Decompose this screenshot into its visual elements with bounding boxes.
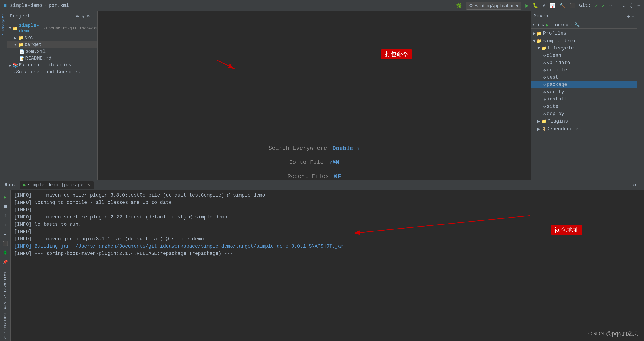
shortcut-recent: Recent Files ⌘E: [288, 173, 341, 180]
maven-item-plugins[interactable]: ▶ 📁 Plugins: [531, 117, 637, 125]
tree-label-pom: pom.xml: [25, 49, 46, 54]
tree-item-target[interactable]: ▼ 📁 target: [7, 41, 98, 48]
git-pull-icon[interactable]: ↓: [622, 3, 626, 8]
maven-run-icon[interactable]: ▶: [546, 22, 549, 28]
maven-download-icon[interactable]: ⬇: [537, 22, 540, 28]
maven-toggle-icon[interactable]: ≡: [566, 22, 568, 27]
debug-icon[interactable]: 🐛: [532, 3, 538, 8]
expand-arrow-icon: ▼: [9, 26, 11, 30]
console-line-4: [INFO] --- maven-surefire-plugin:2.22.1:…: [14, 214, 640, 221]
maven-item-simple-demo[interactable]: ▼ 📁 simple-demo: [531, 37, 637, 45]
console-line-5: [INFO] No tests to run.: [14, 221, 640, 228]
bottom-settings-icon[interactable]: ⚙: [634, 182, 636, 188]
booting-button[interactable]: ⚙ BootingApplication ▾: [466, 2, 521, 10]
settings-icon[interactable]: ⚙: [87, 13, 90, 19]
tab-close-icon[interactable]: ✕: [88, 183, 90, 188]
maven-item-verify[interactable]: ⚙ verify: [531, 88, 637, 96]
tab-icon: ▶: [23, 182, 26, 188]
maven-item-compile[interactable]: ⚙ compile: [531, 66, 637, 74]
simple-demo-arrow-icon: ▼: [533, 38, 536, 44]
maven-refresh-icon[interactable]: ↻: [533, 22, 536, 28]
collapse-icon[interactable]: ⇆: [82, 13, 84, 19]
maven-item-test[interactable]: ⚙ test: [531, 74, 637, 81]
maven-wrench-icon[interactable]: 🔧: [574, 22, 580, 28]
maven-item-deploy[interactable]: ⚙ deploy: [531, 110, 637, 117]
git-push-icon[interactable]: ↑: [616, 3, 618, 8]
recent-key: ⌘E: [334, 173, 341, 180]
console-line-2: [INFO] Nothing to compile - all classes …: [14, 199, 640, 206]
verify-label: verify: [547, 89, 564, 95]
tree-item-ext-libs[interactable]: ▶ 📚 External Libraries: [7, 62, 98, 69]
maven-skip-icon[interactable]: ⏭: [555, 22, 559, 28]
project-name: simple-demo: [10, 3, 42, 8]
lifecycle-label: Lifecycle: [548, 45, 574, 51]
window-icon[interactable]: ⬡: [630, 3, 634, 8]
pin-icon[interactable]: 📌: [1, 258, 10, 266]
tree-item-simple-demo[interactable]: ▼ 📁 simple-demo ~/Documents/git_ideawork…: [7, 22, 98, 34]
tree-icon[interactable]: 🌲: [1, 249, 10, 256]
tab-label: simple-demo [package]: [28, 182, 86, 188]
scroll-down-icon[interactable]: ↓: [1, 221, 10, 228]
maven-item-install[interactable]: ⚙ install: [531, 96, 637, 103]
run-icon[interactable]: ▶: [525, 2, 528, 9]
profiles-arrow-icon: ▶: [533, 30, 536, 36]
play-icon[interactable]: ▶: [1, 193, 10, 201]
scroll-up-icon[interactable]: ↑: [1, 212, 10, 219]
tree-label-scratches: Scratches and Consoles: [16, 69, 80, 75]
coverage-icon[interactable]: ⚡: [542, 3, 546, 8]
simple-demo-folder-icon: 📁: [536, 38, 542, 44]
maven-sort-icon[interactable]: ≈: [570, 22, 572, 27]
tree-item-scratches[interactable]: ▶ ✏ Scratches and Consoles: [7, 69, 98, 75]
collapse-arrow-icon: ▶: [14, 35, 16, 40]
clean-label: clean: [547, 53, 561, 58]
maven-item-validate[interactable]: ⚙ validate: [531, 59, 637, 66]
maven-m-icon[interactable]: m: [550, 22, 553, 27]
maven-item-profiles[interactable]: ▶ 📁 Profiles: [531, 29, 637, 37]
minimize-icon[interactable]: —: [638, 3, 640, 8]
top-bar-icons: 🌿 ⚙ BootingApplication ▾ ▶ 🐛 ⚡ 📊 🔨 ⬛ Git…: [456, 2, 640, 10]
search-label: Search Everywhere: [268, 145, 327, 151]
booting-icon: ⚙: [469, 3, 473, 8]
build-icon[interactable]: 🔨: [559, 3, 565, 8]
plugins-label: Plugins: [548, 119, 568, 124]
maven-item-site[interactable]: ⚙ site: [531, 103, 637, 110]
maven-collapse-all-icon[interactable]: ⇱: [542, 22, 544, 28]
compile-gear-icon: ⚙: [544, 68, 546, 73]
stop-icon[interactable]: ⏹: [1, 203, 10, 210]
maven-close-icon[interactable]: —: [632, 14, 634, 19]
sync-icon[interactable]: ⊕: [76, 13, 79, 19]
soft-wrap-icon[interactable]: ⬛: [1, 240, 10, 247]
structure-tab[interactable]: 2: Structure: [2, 311, 8, 341]
tree-item-src[interactable]: ▶ 📁 src: [7, 34, 98, 41]
folder-icon: 📁: [12, 26, 18, 31]
terminal-icon[interactable]: ⬛: [569, 3, 575, 8]
maven-item-clean[interactable]: ⚙ clean: [531, 52, 637, 59]
maven-item-lifecycle[interactable]: ▼ 📁 Lifecycle: [531, 45, 637, 52]
sidebar-item-project[interactable]: 1: Project: [0, 11, 7, 40]
site-gear-icon: ⚙: [544, 104, 546, 109]
console-line-7: [INFO] --- maven-jar-plugin:3.1.1:jar (d…: [14, 235, 640, 243]
wrap-icon[interactable]: ↩: [1, 231, 10, 238]
test-gear-icon: ⚙: [544, 75, 546, 80]
profile-icon[interactable]: 📊: [550, 3, 556, 8]
close-panel-icon[interactable]: —: [92, 13, 95, 19]
shortcut-search: Search Everywhere Double ⇧: [268, 145, 360, 152]
tree-item-pom[interactable]: 📄 pom.xml: [7, 48, 98, 55]
git-history-icon[interactable]: ↶: [609, 3, 612, 8]
tab-simple-demo-package[interactable]: ▶ simple-demo [package] ✕: [20, 181, 94, 189]
tree-item-readme[interactable]: 📝 README.md: [7, 55, 98, 62]
deploy-label: deploy: [547, 111, 564, 117]
chevron-down-icon: ▾: [516, 3, 518, 8]
console-line-3: [INFO] |: [14, 206, 640, 214]
bottom-minimize-icon[interactable]: —: [640, 182, 642, 188]
web-tab[interactable]: Web: [2, 300, 8, 311]
maven-item-package[interactable]: ⚙ package: [531, 81, 637, 88]
maven-settings-icon[interactable]: ⚙: [627, 13, 630, 19]
maven-offline-icon[interactable]: ⊘: [561, 22, 564, 28]
favorites-tab[interactable]: 2: Favorites: [2, 270, 8, 300]
profiles-label: Profiles: [543, 31, 566, 36]
maven-item-deps[interactable]: ▶ 🗄 Dependencies: [531, 125, 637, 133]
recent-label: Recent Files: [288, 173, 329, 180]
bottom-section: Run: ▶ simple-demo [package] ✕ ⚙ — ▶ ⏹ ↑…: [0, 180, 644, 341]
maven-header: Maven ⚙ —: [531, 11, 637, 21]
